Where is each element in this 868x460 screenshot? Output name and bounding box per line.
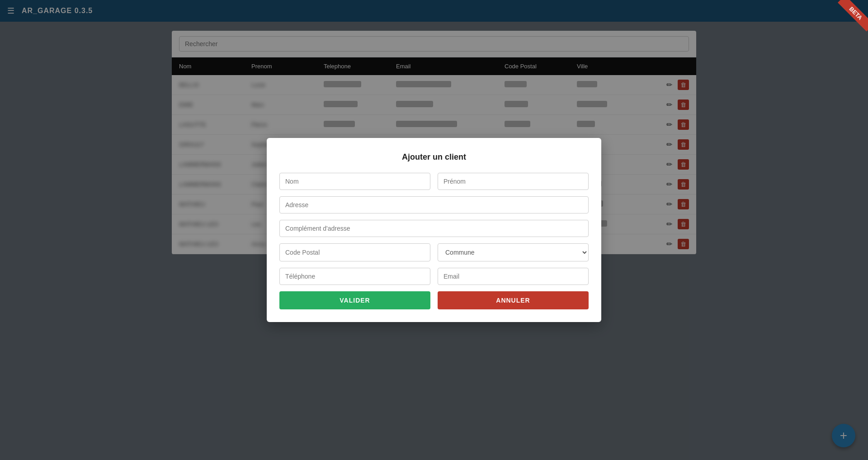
modal-buttons: VALIDER ANNULER (279, 291, 589, 309)
modal-title: Ajouter un client (279, 152, 589, 162)
prenom-input[interactable] (438, 173, 589, 190)
valider-button[interactable]: VALIDER (279, 291, 430, 309)
annuler-button[interactable]: ANNULER (438, 291, 589, 309)
modal-row-nom-prenom (279, 173, 589, 190)
commune-select[interactable]: Commune (438, 243, 589, 261)
add-client-modal: Ajouter un client Commune VALIDER ANNULE… (267, 138, 601, 322)
modal-row-postal-commune: Commune (279, 243, 589, 261)
adresse-input[interactable] (279, 196, 589, 213)
complement-input[interactable] (279, 220, 589, 237)
beta-ribbon: BETA (832, 0, 868, 36)
codepostal-input[interactable] (279, 243, 430, 261)
beta-label: BETA (838, 0, 868, 31)
email-input[interactable] (438, 268, 589, 285)
telephone-input[interactable] (279, 268, 430, 285)
nom-input[interactable] (279, 173, 430, 190)
modal-overlay: Ajouter un client Commune VALIDER ANNULE… (0, 0, 868, 460)
modal-row-tel-email (279, 268, 589, 285)
